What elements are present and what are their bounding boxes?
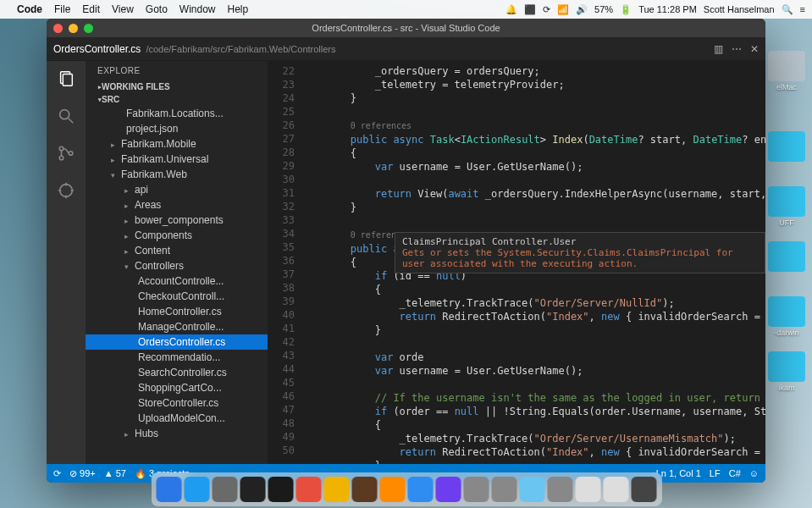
search-icon[interactable] bbox=[55, 105, 77, 127]
dock-app-icon[interactable] bbox=[212, 477, 237, 502]
folder-item[interactable]: Areas bbox=[86, 197, 268, 213]
file-item[interactable]: project.json bbox=[86, 121, 268, 136]
file-item[interactable]: OrdersController.cs bbox=[86, 334, 268, 350]
folder-item[interactable]: Fabrikam.Web bbox=[86, 167, 268, 182]
file-item[interactable]: ShoppingCartCo... bbox=[86, 380, 268, 395]
menu-goto[interactable]: Goto bbox=[146, 3, 168, 15]
status-eol[interactable]: LF bbox=[710, 468, 721, 478]
dock-app-icon[interactable] bbox=[547, 477, 572, 502]
file-item[interactable]: Recommendatio... bbox=[86, 350, 268, 365]
file-item[interactable]: AccountControlle... bbox=[86, 273, 268, 289]
dock-app-icon[interactable] bbox=[631, 477, 656, 502]
menu-help[interactable]: Help bbox=[228, 3, 249, 15]
open-file-name[interactable]: OrdersController.cs bbox=[53, 43, 141, 55]
svg-point-5 bbox=[59, 156, 64, 160]
dock-app-icon[interactable] bbox=[240, 477, 265, 502]
hover-signature: ClaimsPrincipal Controller.User bbox=[402, 236, 758, 247]
user-name[interactable]: Scott Hanselman bbox=[704, 4, 775, 14]
status-warnings[interactable]: ▲ 57 bbox=[104, 468, 126, 478]
working-files-section[interactable]: WORKING FILES bbox=[86, 80, 268, 93]
status-sync-icon[interactable]: ⟳ bbox=[53, 468, 61, 479]
volume-icon[interactable]: 🔊 bbox=[576, 4, 588, 15]
file-item[interactable]: CheckoutControll... bbox=[86, 289, 268, 304]
dock-app-icon[interactable] bbox=[379, 477, 405, 502]
folder-item[interactable]: Fabrikam.Universal bbox=[86, 152, 268, 167]
desktop-item[interactable] bbox=[766, 241, 807, 273]
macos-dock bbox=[151, 472, 661, 506]
file-tree: Fabrikam.Locations...project.jsonFabrika… bbox=[86, 106, 268, 464]
folder-item[interactable]: Components bbox=[86, 228, 268, 243]
macos-menubar: Code FileEditViewGotoWindowHelp 🔔 ⬛ ⟳ 📶 … bbox=[0, 0, 812, 19]
svg-point-6 bbox=[69, 152, 73, 156]
battery-percent[interactable]: 57% bbox=[594, 4, 613, 14]
file-item[interactable]: Fabrikam.Locations... bbox=[86, 106, 268, 121]
dock-app-icon[interactable] bbox=[575, 477, 600, 502]
dock-app-icon[interactable] bbox=[519, 477, 544, 502]
vscode-window: OrdersController.cs - src - Visual Studi… bbox=[47, 19, 765, 483]
battery-icon[interactable]: 🔋 bbox=[620, 4, 632, 15]
close-tab-icon[interactable]: ✕ bbox=[750, 43, 759, 55]
status-errors[interactable]: ⊘ 99+ bbox=[69, 468, 96, 479]
dock-app-icon[interactable] bbox=[435, 477, 461, 502]
explorer-icon[interactable] bbox=[55, 68, 77, 90]
window-title: OrdersController.cs - src - Visual Studi… bbox=[47, 23, 765, 33]
menu-file[interactable]: File bbox=[54, 3, 70, 15]
desktop-item[interactable]: -darwin bbox=[766, 296, 807, 337]
svg-line-3 bbox=[69, 119, 74, 124]
notification-center-icon[interactable]: ≡ bbox=[800, 4, 805, 14]
status-feedback-icon[interactable]: ☺ bbox=[749, 468, 759, 478]
folder-item[interactable]: api bbox=[86, 182, 268, 197]
dock-app-icon[interactable] bbox=[268, 477, 293, 502]
status-cursor-position[interactable]: Ln 1, Col 1 bbox=[656, 468, 701, 478]
source-control-icon[interactable] bbox=[55, 142, 77, 164]
desktop-item[interactable]: elMac bbox=[766, 51, 807, 91]
editor-tabbar: OrdersController.cs /code/Fabrikam/src/F… bbox=[47, 37, 765, 61]
active-app-name[interactable]: Code bbox=[17, 3, 42, 15]
folder-item[interactable]: Fabrikam.Mobile bbox=[86, 136, 268, 152]
window-titlebar[interactable]: OrdersController.cs - src - Visual Studi… bbox=[47, 19, 765, 37]
file-item[interactable]: StoreController.cs bbox=[86, 395, 268, 411]
dock-app-icon[interactable] bbox=[491, 477, 516, 502]
dock-app-icon[interactable] bbox=[351, 477, 377, 502]
folder-item[interactable]: Content bbox=[86, 243, 268, 258]
folder-item[interactable]: bower_components bbox=[86, 213, 268, 228]
src-section[interactable]: SRC bbox=[86, 93, 268, 106]
split-editor-icon[interactable]: ▥ bbox=[714, 43, 723, 55]
dock-app-icon[interactable] bbox=[463, 477, 489, 502]
svg-rect-1 bbox=[63, 75, 72, 86]
line-number-gutter: 2223242526272829303132333435363738394041… bbox=[268, 61, 301, 464]
clock[interactable]: Tue 11:28 PM bbox=[638, 4, 697, 14]
debug-icon[interactable] bbox=[55, 179, 77, 202]
folder-item[interactable]: Hubs bbox=[86, 426, 268, 441]
dock-app-icon[interactable] bbox=[156, 477, 181, 502]
code-editor[interactable]: 2223242526272829303132333435363738394041… bbox=[268, 61, 765, 464]
menu-window[interactable]: Window bbox=[180, 3, 216, 15]
wifi-icon[interactable]: 📶 bbox=[557, 4, 569, 15]
hover-documentation: Gets or sets the System.Security.Claims.… bbox=[402, 247, 758, 269]
dropbox-icon[interactable]: ⬛ bbox=[524, 4, 536, 15]
desktop-item[interactable]: ikam bbox=[766, 351, 807, 392]
spotlight-icon[interactable]: 🔍 bbox=[782, 4, 793, 15]
more-actions-icon[interactable]: ⋯ bbox=[732, 43, 742, 55]
file-item[interactable]: ManageControlle... bbox=[86, 319, 268, 334]
sync-icon[interactable]: ⟳ bbox=[543, 4, 550, 15]
dock-app-icon[interactable] bbox=[603, 477, 628, 502]
desktop-item[interactable] bbox=[766, 131, 807, 163]
svg-point-2 bbox=[60, 110, 69, 119]
file-item[interactable]: SearchController.cs bbox=[86, 365, 268, 380]
desktop-item[interactable]: UFF bbox=[766, 186, 807, 227]
notification-icon[interactable]: 🔔 bbox=[505, 4, 517, 15]
dock-app-icon[interactable] bbox=[184, 477, 209, 502]
menu-edit[interactable]: Edit bbox=[82, 3, 100, 15]
folder-item[interactable]: Controllers bbox=[86, 258, 268, 273]
file-item[interactable]: UploadModelCon... bbox=[86, 411, 268, 426]
status-language[interactable]: C# bbox=[729, 468, 741, 478]
activity-bar bbox=[47, 61, 86, 464]
dock-app-icon[interactable] bbox=[296, 477, 321, 502]
explorer-title: EXPLORE bbox=[86, 61, 268, 80]
file-item[interactable]: HomeController.cs bbox=[86, 304, 268, 319]
menu-view[interactable]: View bbox=[112, 3, 134, 15]
hover-tooltip: ClaimsPrincipal Controller.User Gets or … bbox=[395, 232, 765, 273]
dock-app-icon[interactable] bbox=[407, 477, 433, 502]
dock-app-icon[interactable] bbox=[323, 477, 349, 502]
